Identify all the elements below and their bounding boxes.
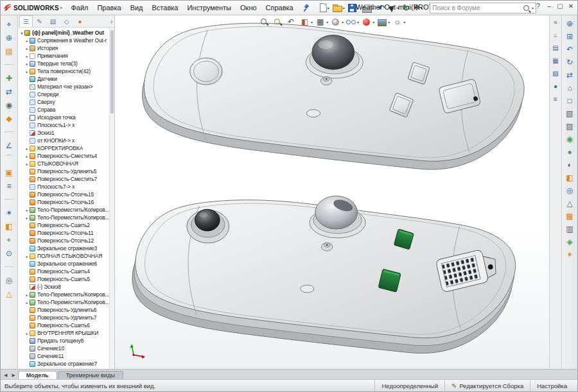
shaded-icon[interactable]: ● xyxy=(563,146,576,158)
interference-detection-icon[interactable]: ◧ xyxy=(3,220,15,232)
feature-tree-item[interactable]: Сечение10 xyxy=(24,345,109,352)
feature-tree-item[interactable]: ▸ Тело-Переместить/Копиров... xyxy=(24,291,109,298)
tree-scrollbar[interactable] xyxy=(109,28,114,369)
linear-pattern-icon[interactable]: ▤ xyxy=(3,45,15,57)
expand-arrow-icon[interactable]: ▸ xyxy=(24,300,30,305)
feature-tree-item[interactable]: ▸ Тело-Переместить/Копиров... xyxy=(24,298,109,306)
feature-tree-item[interactable]: Поверхность-Отсечь15 xyxy=(24,191,109,198)
minimize-button[interactable]: – xyxy=(545,3,553,10)
view-tab[interactable]: Трехмерные виды xyxy=(58,371,123,379)
mate-icon[interactable]: ⊕ xyxy=(3,31,15,44)
feature-tree-item[interactable]: ▸ Сопряжения в Weather Out-г xyxy=(24,37,109,44)
hud-button[interactable]: ▾ xyxy=(376,17,390,28)
menu-item[interactable]: Вид xyxy=(126,2,148,13)
hud-button[interactable]: ▾ xyxy=(345,17,360,28)
zoom-area-icon[interactable]: ⊞ xyxy=(563,30,576,42)
separator[interactable] xyxy=(3,260,15,273)
view-palette-icon[interactable]: ▧ xyxy=(550,68,561,78)
port-hole[interactable] xyxy=(190,58,222,85)
draft-analysis-icon[interactable]: ◈ xyxy=(563,235,576,248)
hud-button[interactable]: ▾ xyxy=(329,17,344,28)
feature-tree-item[interactable]: Сечение11 xyxy=(24,352,109,360)
feature-tree-item[interactable]: Поверхность-Отсечь12 xyxy=(24,237,109,244)
tabs-scroll-left[interactable]: ◀ xyxy=(2,373,9,379)
top-cover-part[interactable] xyxy=(143,23,525,169)
expand-arrow-icon[interactable]: ▸ xyxy=(24,54,30,58)
feature-tree-item[interactable]: Эскиз1 xyxy=(24,129,109,137)
dimxpert-tab[interactable]: ◇ xyxy=(60,15,73,27)
tree-scrollbar-thumb[interactable] xyxy=(110,30,114,114)
instant3d-icon[interactable]: ▣ xyxy=(3,166,15,178)
feature-tree-item[interactable]: ▸ Тело-Переместить/Копиров... xyxy=(24,206,109,214)
graphics-viewport[interactable]: ▾ ▾ ▾ ▾ xyxy=(115,15,549,369)
maximize-button[interactable]: ▢ xyxy=(556,3,564,10)
feature-tree-item[interactable]: ▸ Поверхность-Сместить4 xyxy=(24,152,109,160)
search-caret-icon[interactable]: ▾ xyxy=(532,6,534,10)
hud-button[interactable]: ▾ xyxy=(360,17,375,28)
expand-arrow-icon[interactable]: ▸ xyxy=(24,293,30,297)
feature-tree-item[interactable]: Поверхность-Сшить4 xyxy=(24,268,109,275)
open-button[interactable]: ▾ xyxy=(331,2,346,13)
front-view-icon[interactable]: □ xyxy=(563,94,576,107)
separator[interactable] xyxy=(3,126,15,138)
curves-icon[interactable]: ⌒ xyxy=(3,153,15,165)
small-knob-bottom[interactable] xyxy=(322,243,333,251)
menu-item[interactable]: Окно xyxy=(236,2,261,13)
sensor-dome-bottom[interactable] xyxy=(310,196,365,237)
feature-tree-item[interactable]: Поверхность-Сшить5 xyxy=(24,275,109,283)
expand-arrow-icon[interactable]: ▾ xyxy=(19,31,24,35)
feature-tree-item[interactable]: от КНОПКИ-> х xyxy=(24,137,109,144)
feature-tree-item[interactable]: Поверхность-Отсечь11 xyxy=(24,229,109,237)
feature-tree-item[interactable]: Исходная точка xyxy=(24,114,109,121)
feature-tree-item[interactable]: ▸ ПОЛНАЯ СТЫКОВОЧНАЯ xyxy=(24,252,109,260)
small-knob-top[interactable] xyxy=(321,77,332,85)
expand-arrow-icon[interactable]: ▸ xyxy=(24,62,30,66)
configurationmanager-tab[interactable]: ▤ xyxy=(46,15,60,27)
separator[interactable] xyxy=(3,193,15,205)
view-tab[interactable]: Модель xyxy=(18,371,57,379)
propertymanager-tab[interactable]: ✎ xyxy=(33,15,46,27)
feature-tree-item[interactable]: Плоскость1-> х xyxy=(24,121,109,129)
status-custom-tab[interactable]: Настройка xyxy=(530,380,574,391)
task-pane-collapse[interactable]: « xyxy=(550,17,561,27)
zebra-stripes-icon[interactable]: ▥ xyxy=(563,223,576,235)
curvature-icon[interactable]: ▩ xyxy=(563,210,576,222)
expand-arrow-icon[interactable]: ▸ xyxy=(24,38,30,43)
feature-tree-item[interactable]: ▸ СТЫКОВОЧНАЯ xyxy=(24,160,109,167)
expand-arrow-icon[interactable]: ▸ xyxy=(24,154,30,158)
scene-3d[interactable] xyxy=(115,15,549,369)
bottom-cover-part[interactable] xyxy=(132,196,516,353)
move-component-icon[interactable]: ⇄ xyxy=(3,85,15,98)
feature-tree-item[interactable]: Поверхность-Сместить7 xyxy=(24,175,109,183)
feature-tree-item[interactable]: Поверхность-Удлинить5 xyxy=(24,167,109,175)
feature-tree-item[interactable]: Поверхность-Отсечь16 xyxy=(24,198,109,206)
feature-tree-item[interactable]: Справа xyxy=(24,106,109,114)
expand-arrow-icon[interactable]: ▸ xyxy=(24,46,30,51)
feature-tree-item[interactable]: Спереди xyxy=(24,90,109,98)
search-icon[interactable] xyxy=(523,5,529,11)
separator[interactable] xyxy=(3,58,15,71)
pin-icon[interactable] xyxy=(303,4,310,12)
hud-button[interactable]: ▾ xyxy=(391,17,406,28)
expand-arrow-icon[interactable]: ▸ xyxy=(24,69,30,74)
previous-view-icon[interactable]: ↶ xyxy=(563,43,576,55)
menu-item[interactable]: Инструменты xyxy=(182,2,236,13)
insert-components-icon[interactable]: ⌖ xyxy=(3,18,15,30)
panel-tabs-overflow[interactable]: › xyxy=(110,18,114,25)
green-button-2[interactable] xyxy=(378,269,401,292)
displaymanager-tab[interactable]: ● xyxy=(73,15,87,27)
hud-button[interactable] xyxy=(258,17,271,28)
pan-icon[interactable]: ⇄ xyxy=(563,69,576,81)
feature-tree-item[interactable]: Поверхность-Удлинить7 xyxy=(24,314,109,321)
reference-geometry-icon[interactable]: ∠ xyxy=(3,139,15,151)
feature-tree-item[interactable]: Поверхность-Сшить2 xyxy=(24,221,109,229)
menu-item[interactable]: Правка xyxy=(92,2,125,13)
custom-properties-icon[interactable]: ≡ xyxy=(550,94,561,104)
help-button[interactable]: ? xyxy=(534,3,542,10)
oval-cutout-bottom[interactable] xyxy=(301,285,314,293)
shadow-icon[interactable]: ◐ xyxy=(563,158,576,171)
expand-arrow-icon[interactable]: ▸ xyxy=(24,208,30,212)
feature-tree-item[interactable]: ▸ ВНУТРЕННЯЯ КРЫШКИ xyxy=(24,329,109,337)
expand-arrow-icon[interactable]: ▸ xyxy=(24,162,30,166)
black-dome-button[interactable] xyxy=(187,209,229,243)
